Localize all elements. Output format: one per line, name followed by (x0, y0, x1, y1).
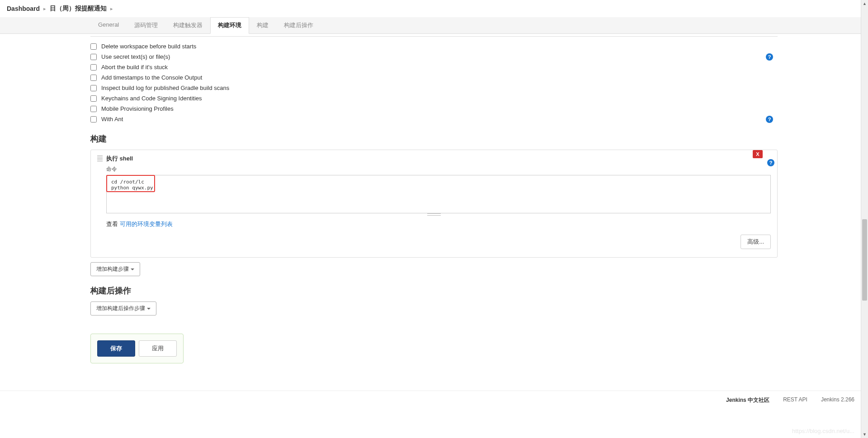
save-apply-bar: 保存 应用 (90, 334, 184, 363)
label-keychains: Keychains and Code Signing Identities (101, 95, 202, 102)
scrollbar[interactable]: ▲ ▼ (861, 0, 868, 410)
add-build-step-button[interactable]: 增加构建步骤 (90, 262, 140, 276)
label-with-ant: With Ant (101, 116, 123, 122)
checkbox-abort-stuck[interactable] (90, 64, 97, 71)
scrollbar-thumb[interactable] (862, 219, 867, 301)
section-post-build-title: 构建后操作 (90, 285, 778, 296)
caret-down-icon (147, 308, 151, 310)
save-button[interactable]: 保存 (97, 340, 135, 357)
add-post-build-step-button[interactable]: 增加构建后操作步骤 (90, 301, 156, 316)
tab-triggers[interactable]: 构建触发器 (165, 17, 210, 33)
label-delete-workspace: Delete workspace before build starts (101, 43, 196, 50)
option-abort-stuck: Abort the build if it's stuck (90, 62, 778, 72)
help-icon[interactable]: ? (766, 116, 773, 123)
tab-general[interactable]: General (90, 17, 127, 33)
help-icon[interactable]: ? (766, 53, 773, 61)
add-post-build-label: 增加构建后操作步骤 (96, 305, 145, 312)
tab-post-build[interactable]: 构建后操作 (276, 17, 321, 33)
add-build-step-label: 增加构建步骤 (96, 265, 129, 273)
delete-step-button[interactable]: X (753, 150, 763, 158)
label-secret-text: Use secret text(s) or file(s) (101, 53, 170, 60)
page-footer: Jenkins 中文社区 REST API Jenkins 2.266 (0, 391, 868, 410)
shell-command-input[interactable] (106, 175, 771, 213)
footer-version: Jenkins 2.266 (821, 396, 854, 404)
label-timestamps: Add timestamps to the Console Output (101, 74, 202, 81)
note-prefix: 查看 (106, 221, 120, 227)
config-content: Delete workspace before build starts Use… (0, 34, 868, 372)
breadcrumb-dashboard[interactable]: Dashboard (7, 5, 40, 12)
chevron-right-icon: ▸ (110, 6, 113, 12)
checkbox-with-ant[interactable] (90, 116, 97, 122)
label-abort-stuck: Abort the build if it's stuck (101, 64, 168, 71)
step-title: 执行 shell (106, 155, 133, 163)
option-with-ant: With Ant ? (90, 114, 778, 124)
option-timestamps: Add timestamps to the Console Output (90, 72, 778, 83)
chevron-right-icon: ▸ (43, 6, 46, 12)
label-mobile-provisioning: Mobile Provisioning Profiles (101, 105, 174, 112)
footer-rest-api-link[interactable]: REST API (783, 396, 807, 404)
checkbox-keychains[interactable] (90, 95, 97, 102)
env-vars-note: 查看 可用的环境变量列表 (106, 220, 771, 228)
section-build-title: 构建 (90, 133, 778, 144)
breadcrumb: Dashboard ▸ 日（周）报提醒通知 ▸ (0, 0, 868, 17)
footer-community-link[interactable]: Jenkins 中文社区 (726, 396, 769, 404)
option-keychains: Keychains and Code Signing Identities (90, 93, 778, 104)
advanced-button[interactable]: 高级... (741, 235, 771, 249)
help-icon[interactable]: ? (767, 159, 774, 166)
checkbox-mobile-provisioning[interactable] (90, 106, 97, 112)
option-delete-workspace: Delete workspace before build starts (90, 41, 778, 52)
scroll-up-icon[interactable]: ▲ (861, 0, 868, 7)
checkbox-timestamps[interactable] (90, 75, 97, 81)
drag-handle-icon[interactable] (97, 155, 103, 162)
tab-build-env[interactable]: 构建环境 (210, 17, 249, 34)
checkbox-gradle-scans[interactable] (90, 85, 97, 91)
option-secret-text: Use secret text(s) or file(s) ? (90, 52, 778, 62)
caret-down-icon (131, 268, 134, 270)
build-step-shell: 执行 shell X ? 命令 查看 可用的环境变量列表 高级... (90, 150, 778, 258)
option-mobile-provisioning: Mobile Provisioning Profiles (90, 104, 778, 114)
tab-build[interactable]: 构建 (249, 17, 276, 33)
command-label: 命令 (106, 165, 771, 173)
breadcrumb-job[interactable]: 日（周）报提醒通知 (50, 5, 107, 13)
option-gradle-scans: Inspect build log for published Gradle b… (90, 83, 778, 93)
tab-scm[interactable]: 源码管理 (127, 17, 165, 33)
checkbox-secret-text[interactable] (90, 54, 97, 60)
apply-button[interactable]: 应用 (139, 340, 177, 357)
config-tabs: General 源码管理 构建触发器 构建环境 构建 构建后操作 (0, 17, 868, 34)
label-gradle-scans: Inspect build log for published Gradle b… (101, 85, 229, 91)
env-vars-link[interactable]: 可用的环境变量列表 (120, 221, 173, 227)
checkbox-delete-workspace[interactable] (90, 43, 97, 50)
